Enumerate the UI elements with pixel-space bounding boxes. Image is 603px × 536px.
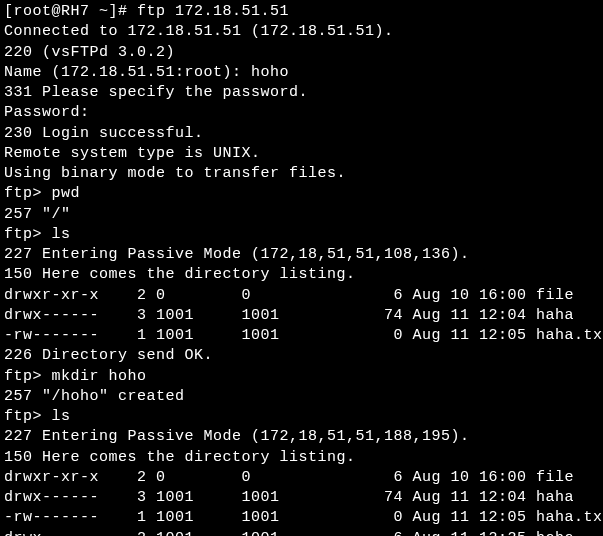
output-line: 227 Entering Passive Mode (172,18,51,51,…	[4, 245, 599, 265]
output-line: 331 Please specify the password.	[4, 83, 599, 103]
output-line: 150 Here comes the directory listing.	[4, 265, 599, 285]
output-line: 226 Directory send OK.	[4, 346, 599, 366]
output-line: 257 "/"	[4, 205, 599, 225]
terminal-output[interactable]: [root@RH7 ~]# ftp 172.18.51.51 Connected…	[4, 2, 599, 536]
ftp-prompt-line: ftp> mkdir hoho	[4, 367, 599, 387]
output-line: 230 Login successful.	[4, 124, 599, 144]
listing-row: drwx------ 2 1001 1001 6 Aug 11 12:25 ho…	[4, 529, 599, 537]
shell-prompt-line: [root@RH7 ~]# ftp 172.18.51.51	[4, 2, 599, 22]
listing-row: drwx------ 3 1001 1001 74 Aug 11 12:04 h…	[4, 306, 599, 326]
listing-row: drwxr-xr-x 2 0 0 6 Aug 10 16:00 file	[4, 468, 599, 488]
output-line: 220 (vsFTPd 3.0.2)	[4, 43, 599, 63]
output-line: Remote system type is UNIX.	[4, 144, 599, 164]
output-line: Connected to 172.18.51.51 (172.18.51.51)…	[4, 22, 599, 42]
listing-row: -rw------- 1 1001 1001 0 Aug 11 12:05 ha…	[4, 326, 599, 346]
ftp-prompt-line: ftp> ls	[4, 407, 599, 427]
output-line: Name (172.18.51.51:root): hoho	[4, 63, 599, 83]
output-line: 150 Here comes the directory listing.	[4, 448, 599, 468]
ftp-prompt-line: ftp> pwd	[4, 184, 599, 204]
listing-row: -rw------- 1 1001 1001 0 Aug 11 12:05 ha…	[4, 508, 599, 528]
output-line: 227 Entering Passive Mode (172,18,51,51,…	[4, 427, 599, 447]
output-line: Password:	[4, 103, 599, 123]
listing-row: drwxr-xr-x 2 0 0 6 Aug 10 16:00 file	[4, 286, 599, 306]
ftp-prompt-line: ftp> ls	[4, 225, 599, 245]
output-line: 257 "/hoho" created	[4, 387, 599, 407]
listing-row: drwx------ 3 1001 1001 74 Aug 11 12:04 h…	[4, 488, 599, 508]
output-line: Using binary mode to transfer files.	[4, 164, 599, 184]
